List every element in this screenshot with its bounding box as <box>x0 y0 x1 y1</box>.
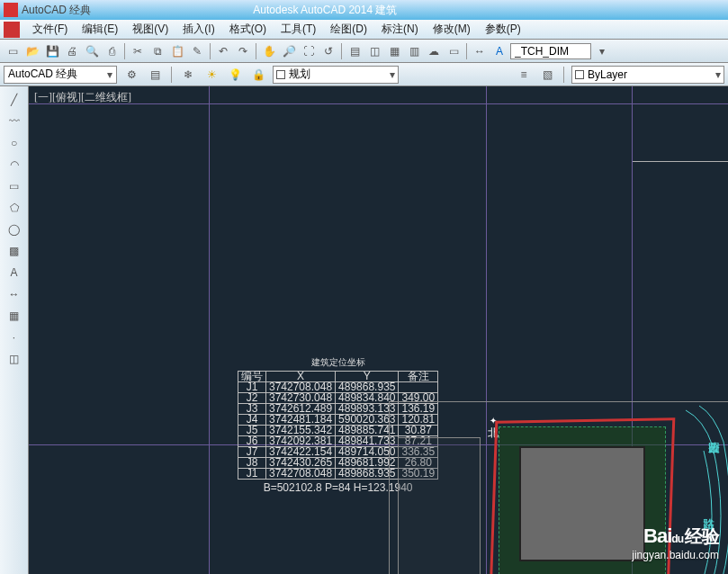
layer-state-icon[interactable]: ≡ <box>515 66 533 84</box>
menu-format[interactable]: 格式(O) <box>222 20 274 39</box>
line-icon[interactable]: ╱ <box>4 90 24 110</box>
menu-file[interactable]: 文件(F) <box>25 20 75 39</box>
standard-toolbar: ▭ 📂 💾 🖨 🔍 ⎙ ✂ ⧉ 📋 ✎ ↶ ↷ ✋ 🔎 ⛶ ↺ ▤ ◫ ▦ ▥ … <box>0 40 728 63</box>
menu-draw[interactable]: 绘图(D) <box>323 20 374 39</box>
redo-icon[interactable]: ↷ <box>234 42 252 60</box>
sheetset-icon[interactable]: ▥ <box>405 42 423 60</box>
publish-icon[interactable]: ⎙ <box>103 42 121 60</box>
dimstyle-input[interactable] <box>510 43 591 59</box>
chevron-down-icon[interactable]: ▾ <box>103 68 116 81</box>
bylayer-combo[interactable]: ByLayer ▾ <box>571 66 724 84</box>
chevron-down-icon[interactable]: ▾ <box>715 68 721 81</box>
bulb-icon[interactable]: 💡 <box>226 66 244 84</box>
ws-settings-icon[interactable]: ▤ <box>146 66 164 84</box>
menu-edit[interactable]: 编辑(E) <box>75 20 125 39</box>
title-doc: AutoCAD 经典 <box>22 3 91 18</box>
dim-icon[interactable]: ↔ <box>471 42 489 60</box>
guide-line <box>29 103 728 104</box>
save-icon[interactable]: 💾 <box>43 42 61 60</box>
col-note: 备注 <box>399 372 438 382</box>
table-title: 建筑定位坐标 <box>238 356 438 369</box>
polyline-icon[interactable]: 〰 <box>4 112 24 131</box>
text-icon[interactable]: A <box>4 263 24 283</box>
autocad-app-icon <box>4 3 18 17</box>
sun-icon[interactable]: ☀ <box>202 66 220 84</box>
workspace-toolbar: ▾ ⚙ ▤ ❄ ☀ 💡 🔒 规划 ▾ ≡ ▧ ByLayer ▾ <box>0 63 728 86</box>
calc-icon[interactable]: ▭ <box>445 42 463 60</box>
layer-current: 规划 <box>289 67 310 82</box>
building-footprint <box>519 446 645 561</box>
rect-icon[interactable]: ▭ <box>4 176 24 196</box>
watermark-brand: Baidu经验 <box>632 525 719 549</box>
title-bar: AutoCAD 经典 Autodesk AutoCAD 2014 建筑 <box>0 0 728 20</box>
region-icon[interactable]: ◫ <box>4 349 24 369</box>
properties-icon[interactable]: ▤ <box>346 42 364 60</box>
menu-view[interactable]: 视图(V) <box>125 20 175 39</box>
preview-icon[interactable]: 🔍 <box>83 42 101 60</box>
polygon-icon[interactable]: ⬠ <box>4 198 24 218</box>
undo-icon[interactable]: ↶ <box>214 42 232 60</box>
table-icon[interactable]: ▦ <box>4 306 24 326</box>
new-icon[interactable]: ▭ <box>4 42 22 60</box>
toolpalette-icon[interactable]: ▦ <box>385 42 403 60</box>
menu-modify[interactable]: 修改(M) <box>426 20 478 39</box>
menu-bar: 文件(F) 编辑(E) 视图(V) 插入(I) 格式(O) 工具(T) 绘图(D… <box>0 20 728 40</box>
layer-swatch <box>575 70 584 79</box>
open-icon[interactable]: 📂 <box>23 42 41 60</box>
point-icon[interactable]: · <box>4 327 24 347</box>
menu-tools[interactable]: 工具(T) <box>274 20 323 39</box>
watermark-url: jingyan.baidu.com <box>632 549 719 561</box>
paste-icon[interactable]: 📋 <box>168 42 186 60</box>
menu-param[interactable]: 参数(P) <box>478 20 528 39</box>
copy-icon[interactable]: ⧉ <box>148 42 166 60</box>
zoom-prev-icon[interactable]: ↺ <box>319 42 337 60</box>
gear-icon[interactable]: ⚙ <box>122 66 140 84</box>
toolbar-separator <box>171 67 172 83</box>
chevron-down-icon[interactable]: ▾ <box>390 68 395 81</box>
menu-insert[interactable]: 插入(I) <box>175 20 221 39</box>
arc-icon[interactable]: ◠ <box>4 155 24 175</box>
match-icon[interactable]: ✎ <box>188 42 206 60</box>
zoom-window-icon[interactable]: ⛶ <box>300 42 318 60</box>
chevron-down-icon[interactable]: ▾ <box>593 42 611 60</box>
print-icon[interactable]: 🖨 <box>63 42 81 60</box>
markup-icon[interactable]: ☁ <box>425 42 443 60</box>
reference-viewport <box>632 99 728 162</box>
layer-prop-icon[interactable]: ❄ <box>179 66 197 84</box>
toolbar-separator <box>124 43 125 59</box>
bylayer-label: ByLayer <box>588 68 627 81</box>
menu-dim[interactable]: 标注(N) <box>374 20 426 39</box>
lock-icon[interactable]: 🔒 <box>249 66 267 84</box>
watermark: Baidu经验 jingyan.baidu.com <box>632 525 719 561</box>
layer-swatch <box>276 70 285 79</box>
app-icon[interactable] <box>4 22 20 38</box>
cut-icon[interactable]: ✂ <box>129 42 147 60</box>
dimension-icon[interactable]: ↔ <box>4 284 24 304</box>
ellipse-icon[interactable]: ◯ <box>4 220 24 239</box>
toolbar-separator <box>256 43 256 59</box>
title-app: Autodesk AutoCAD 2014 建筑 <box>253 3 397 18</box>
drawing-canvas[interactable]: [一][俯视][二维线框] 建筑定位坐标 编号 X Y 备注 J13742708… <box>29 86 728 574</box>
toolbar-separator <box>466 43 467 59</box>
zoom-icon[interactable]: 🔎 <box>280 42 298 60</box>
toolbar-separator <box>210 43 211 59</box>
workspace-dropdown[interactable]: ▾ <box>4 66 117 84</box>
hatch-icon[interactable]: ▩ <box>4 241 24 261</box>
toolbar-separator <box>341 43 342 59</box>
designcenter-icon[interactable]: ◫ <box>365 42 383 60</box>
text-style-icon[interactable]: A <box>490 42 508 60</box>
draw-toolbar: ╱ 〰 ○ ◠ ▭ ⬠ ◯ ▩ A ↔ ▦ · ◫ <box>0 86 29 574</box>
layer-combo[interactable]: 规划 ▾ <box>273 66 399 84</box>
guide-line <box>209 86 210 574</box>
workspace-input[interactable] <box>4 68 103 81</box>
toolbar-separator <box>563 67 564 83</box>
layer-iso-icon[interactable]: ▧ <box>538 66 556 84</box>
pan-icon[interactable]: ✋ <box>260 42 278 60</box>
circle-icon[interactable]: ○ <box>4 133 24 153</box>
